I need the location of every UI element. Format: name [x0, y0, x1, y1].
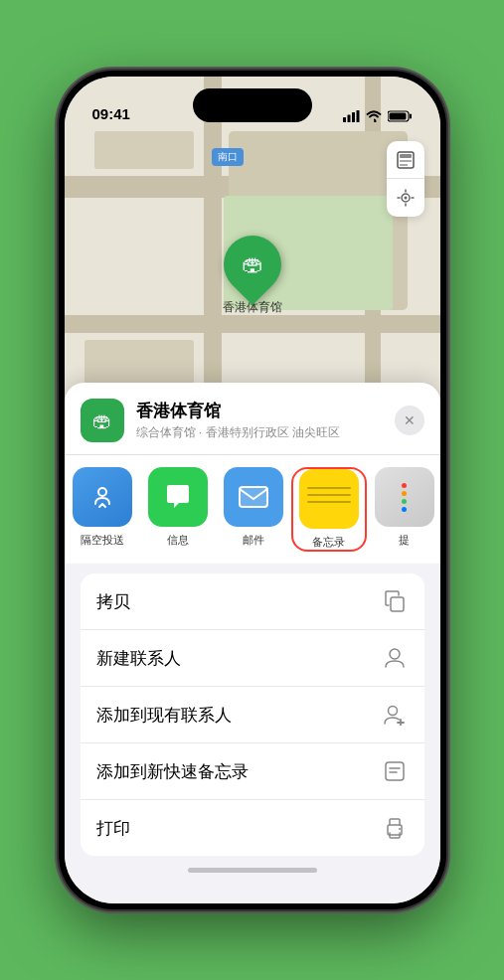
action-item-copy[interactable]: 拷贝 — [81, 573, 424, 630]
share-label-notes: 备忘录 — [312, 535, 345, 550]
svg-rect-14 — [240, 487, 267, 507]
messages-icon — [148, 467, 208, 527]
share-item-mail[interactable]: 邮件 — [216, 467, 291, 552]
share-row: 隔空投送 信息 — [65, 454, 440, 564]
road-h2 — [65, 315, 440, 333]
dynamic-island — [193, 88, 312, 122]
marker-pin-icon: 🏟 — [242, 251, 263, 277]
svg-point-13 — [98, 488, 106, 496]
share-item-more[interactable]: 提 — [367, 467, 440, 552]
copy-icon — [381, 587, 409, 615]
signal-icon — [343, 110, 360, 122]
notes-icon — [299, 469, 359, 529]
action-item-quick-note[interactable]: 添加到新快速备忘录 — [81, 743, 424, 800]
share-label-mail: 邮件 — [243, 533, 264, 548]
location-button[interactable] — [387, 179, 424, 217]
svg-point-17 — [390, 649, 400, 659]
notes-lines — [307, 487, 351, 503]
svg-rect-5 — [410, 114, 412, 119]
location-header: 🏟 香港体育馆 综合体育馆 · 香港特别行政区 油尖旺区 ✕ — [65, 383, 440, 454]
action-label-quick-note: 添加到新快速备忘录 — [96, 760, 249, 783]
close-button[interactable]: ✕ — [395, 406, 424, 435]
svg-rect-8 — [400, 154, 412, 158]
action-item-new-contact[interactable]: 新建联系人 — [81, 630, 424, 687]
mail-icon — [224, 467, 283, 527]
action-label-copy: 拷贝 — [96, 590, 130, 613]
share-item-messages[interactable]: 信息 — [140, 467, 216, 552]
home-indicator-area — [65, 866, 440, 874]
new-contact-icon — [381, 644, 409, 672]
phone-frame: 09:41 — [59, 71, 446, 909]
airdrop-icon — [73, 467, 132, 527]
battery-icon — [388, 110, 413, 122]
svg-point-18 — [388, 707, 397, 716]
action-item-print[interactable]: 打印 — [81, 800, 424, 856]
print-icon — [381, 814, 409, 842]
map-layers-button[interactable] — [387, 141, 424, 179]
action-label-new-contact: 新建联系人 — [96, 647, 181, 670]
svg-rect-9 — [400, 160, 412, 162]
add-contact-icon — [381, 701, 409, 729]
share-label-more: 提 — [399, 533, 410, 548]
notes-line-3 — [307, 501, 351, 503]
svg-rect-16 — [391, 597, 404, 611]
map-controls — [387, 141, 424, 217]
wifi-icon — [366, 110, 382, 122]
action-label-add-contact: 添加到现有联系人 — [96, 704, 232, 727]
share-item-notes[interactable]: 备忘录 — [291, 467, 367, 552]
map-label: 南口 — [212, 148, 244, 166]
marker-pin: 🏟 — [211, 224, 292, 305]
share-label-airdrop: 隔空投送 — [81, 533, 124, 548]
action-item-add-contact[interactable]: 添加到现有联系人 — [81, 687, 424, 743]
action-list: 拷贝 新建联系人 — [81, 573, 424, 856]
phone-screen: 09:41 — [65, 77, 440, 903]
more-icon — [375, 467, 434, 527]
action-label-print: 打印 — [96, 817, 130, 840]
close-icon: ✕ — [404, 412, 416, 428]
svg-point-21 — [399, 828, 401, 830]
location-desc: 综合体育馆 · 香港特别行政区 油尖旺区 — [136, 424, 383, 441]
notes-line-1 — [307, 487, 351, 489]
svg-rect-10 — [400, 164, 408, 166]
status-icons — [343, 110, 413, 122]
share-label-messages: 信息 — [167, 533, 189, 548]
location-marker: 🏟 香港体育馆 — [223, 236, 282, 316]
svg-rect-19 — [386, 762, 404, 780]
share-item-airdrop[interactable]: 隔空投送 — [65, 467, 140, 552]
home-indicator — [188, 868, 317, 873]
svg-point-12 — [404, 197, 407, 200]
location-name: 香港体育馆 — [136, 400, 383, 422]
building-block-1 — [94, 131, 194, 169]
status-time: 09:41 — [92, 105, 130, 122]
svg-rect-0 — [343, 117, 346, 122]
bottom-sheet: 🏟 香港体育馆 综合体育馆 · 香港特别行政区 油尖旺区 ✕ — [65, 383, 440, 903]
svg-rect-2 — [352, 112, 355, 122]
location-info: 香港体育馆 综合体育馆 · 香港特别行政区 油尖旺区 — [136, 400, 383, 441]
svg-rect-3 — [356, 110, 359, 122]
svg-rect-1 — [347, 115, 350, 123]
quick-note-icon — [381, 757, 409, 785]
location-icon: 🏟 — [81, 399, 124, 442]
svg-rect-6 — [389, 113, 406, 120]
notes-line-2 — [307, 494, 351, 496]
